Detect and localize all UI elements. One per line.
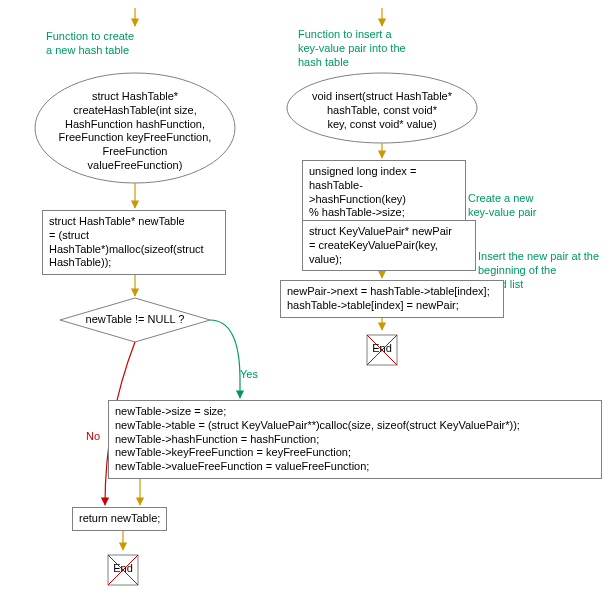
right-start-ellipse-text: void insert(struct HashTable* hashTable,… (302, 90, 462, 131)
right-end-terminator: End (364, 332, 400, 368)
right-label-createpair: Create a new key-value pair (468, 192, 536, 220)
right-box-newpair: struct KeyValuePair* newPair = createKey… (302, 220, 476, 271)
right-title-label: Function to insert a key-value pair into… (298, 28, 406, 69)
left-end-text: End (105, 562, 141, 574)
right-box-index: unsigned long index = hashTable->hashFun… (302, 160, 466, 225)
left-end-terminator: End (105, 552, 141, 588)
left-return-box: return newTable; (72, 507, 167, 531)
no-label: No (86, 430, 100, 442)
yes-label: Yes (240, 368, 258, 380)
left-title-label: Function to create a new hash table (46, 30, 134, 58)
right-end-text: End (364, 342, 400, 354)
left-box-malloc: struct HashTable* newTable = (struct Has… (42, 210, 226, 275)
left-start-ellipse-text: struct HashTable* createHashTable(int si… (50, 90, 220, 173)
left-decision-text: newTable != NULL ? (65, 313, 205, 327)
left-box-assignments: newTable->size = size; newTable->table =… (108, 400, 602, 479)
right-box-linkedlist: newPair->next = hashTable->table[index];… (280, 280, 504, 318)
